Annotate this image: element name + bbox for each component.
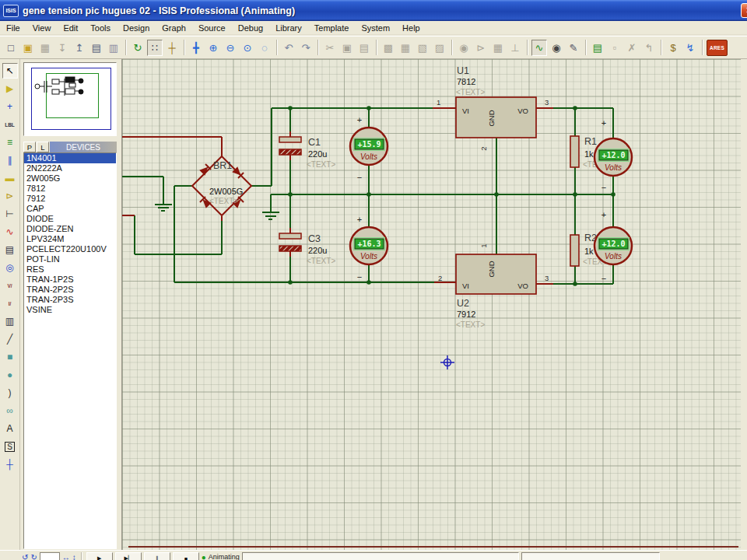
make-device-icon[interactable]: ⊳ (473, 40, 489, 56)
menu-template[interactable]: Template (308, 21, 356, 35)
box-2d-icon[interactable]: ■ (2, 349, 18, 365)
block-rotate-icon[interactable]: ▧ (415, 40, 430, 56)
voltage-probe-mode-icon[interactable]: V/ (2, 278, 18, 293)
ares-netlist[interactable]: ARES (707, 40, 728, 56)
block-move-icon[interactable]: ▦ (398, 40, 413, 56)
toggle-grid-icon[interactable]: ∷ (147, 40, 163, 56)
virtual-instrument-mode-icon[interactable]: ▥ (2, 313, 18, 329)
device-item-cap[interactable]: CAP (24, 204, 116, 214)
component-c3[interactable]: C3 220u <TEXT> (279, 233, 335, 265)
zoom-out-icon[interactable]: ⊖ (223, 40, 238, 56)
device-item-lpv324m[interactable]: LPV324M (24, 234, 116, 244)
print-icon[interactable]: ▤ (89, 40, 104, 56)
property-assignment-icon[interactable]: ✎ (566, 40, 581, 56)
pick-devices-button[interactable]: P (23, 142, 36, 152)
decompose-icon[interactable]: ⊥ (507, 40, 523, 56)
device-pin-mode-icon[interactable]: ⊢ (2, 206, 18, 222)
mirror-vertical-icon[interactable]: ↕ (72, 552, 76, 560)
rotate-cw-icon[interactable]: ↻ (30, 552, 37, 560)
export-icon[interactable]: ↥ (72, 40, 87, 56)
menu-design[interactable]: Design (117, 21, 156, 35)
device-item-diode[interactable]: DIODE (24, 214, 116, 224)
device-item-tran-2p3s[interactable]: TRAN-2P3S (24, 295, 116, 305)
library-manager-button[interactable]: L (37, 142, 49, 152)
mirror-horizontal-icon[interactable]: ↔ (62, 552, 70, 560)
menu-file[interactable]: File (0, 21, 26, 35)
play-button[interactable]: ▶ (86, 552, 113, 560)
junction-dot-mode-icon[interactable]: + (2, 99, 18, 114)
cut-icon[interactable]: ✂ (322, 40, 338, 56)
menu-source[interactable]: Source (192, 21, 232, 35)
design-explorer-icon[interactable]: ▤ (590, 40, 605, 56)
device-list[interactable]: 1N40012N2222A2W005G78127912CAPDIODEDIODE… (23, 152, 117, 549)
line-2d-icon[interactable]: ╱ (2, 331, 18, 347)
marker-2d-icon[interactable]: ┼ (2, 457, 18, 472)
block-delete-icon[interactable]: ▨ (432, 40, 447, 56)
mark-print-area-icon[interactable]: ▥ (106, 40, 121, 56)
device-item-pot-lin[interactable]: POT-LIN (24, 254, 116, 264)
pan-icon[interactable]: ╋ (188, 40, 204, 56)
new-file-icon[interactable]: □ (3, 40, 19, 56)
menu-tools[interactable]: Tools (84, 21, 117, 35)
device-item-vsine[interactable]: VSINE (24, 305, 116, 315)
search-tag-icon[interactable]: ◉ (549, 40, 564, 56)
pick-parts-icon[interactable]: ◉ (456, 40, 472, 56)
overview-window[interactable] (23, 62, 117, 136)
open-folder-icon[interactable]: ▣ (20, 40, 36, 56)
bill-of-materials-icon[interactable]: $ (665, 40, 681, 56)
device-item-pcelect220u100v[interactable]: PCELECT220U100V (24, 244, 116, 254)
rotation-angle-field[interactable] (40, 552, 60, 560)
component-br1[interactable]: BR1 2W005G <TEXT> (192, 156, 251, 215)
origin-icon[interactable]: ┼ (164, 40, 180, 56)
goto-sheet-icon[interactable]: ↰ (641, 40, 657, 56)
bus-mode-icon[interactable]: ∥ (2, 152, 18, 168)
current-probe-mode-icon[interactable]: I/ (2, 296, 18, 311)
component-mode-icon[interactable]: ▶ (2, 81, 18, 96)
text-2d-icon[interactable]: A (2, 421, 18, 436)
component-c1[interactable]: C1 220u <TEXT> (279, 137, 335, 169)
save-icon[interactable]: ▦ (37, 40, 53, 56)
wire-label-mode-icon[interactable]: LBL (2, 117, 18, 132)
zoom-all-icon[interactable]: ⊙ (240, 40, 255, 56)
device-item-tran-2p2s[interactable]: TRAN-2P2S (24, 285, 116, 295)
paste-icon[interactable]: ▤ (356, 40, 372, 56)
path-2d-icon[interactable]: ∞ (2, 403, 18, 418)
packaging-tool-icon[interactable]: ▦ (490, 40, 506, 56)
device-item-2n2222a[interactable]: 2N2222A (24, 163, 116, 173)
generator-mode-icon[interactable]: ◎ (2, 260, 18, 275)
undo-icon[interactable]: ↶ (281, 40, 296, 56)
device-item-1n4001[interactable]: 1N4001 (24, 153, 116, 163)
wire-autorouter-icon[interactable]: ∿ (531, 40, 547, 56)
menu-graph[interactable]: Graph (156, 21, 192, 35)
menu-view[interactable]: View (26, 21, 58, 35)
tape-recorder-mode-icon[interactable]: ▤ (2, 242, 18, 257)
remove-sheet-icon[interactable]: ✗ (624, 40, 640, 56)
menu-edit[interactable]: Edit (57, 21, 84, 35)
menu-system[interactable]: System (355, 21, 396, 35)
stop-button[interactable]: ■ (173, 552, 199, 560)
rotate-ccw-icon[interactable]: ↺ (22, 552, 28, 560)
subcircuit-mode-icon[interactable]: ▬ (2, 170, 18, 186)
electrical-rule-check-icon[interactable]: ↯ (682, 40, 698, 56)
menu-help[interactable]: Help (396, 21, 426, 35)
device-item-7812[interactable]: 7812 (24, 184, 116, 194)
close-button[interactable]: ✕ (741, 3, 747, 18)
zoom-area-icon[interactable]: ◌ (257, 40, 272, 56)
step-button[interactable]: ▶▏ (115, 552, 142, 560)
refresh-display-icon[interactable]: ↻ (130, 40, 146, 56)
symbol-2d-icon[interactable]: S (2, 439, 18, 454)
block-copy-icon[interactable]: ▩ (381, 40, 396, 56)
redo-icon[interactable]: ↷ (298, 40, 314, 56)
arc-2d-icon[interactable]: ) (2, 385, 18, 401)
device-item-res[interactable]: RES (24, 264, 116, 275)
zoom-in-icon[interactable]: ⊕ (205, 40, 221, 56)
pause-button[interactable]: ∥ (144, 552, 170, 560)
circle-2d-icon[interactable]: ● (2, 367, 18, 383)
device-item-diode-zen[interactable]: DIODE-ZEN (24, 224, 116, 234)
schematic-editor[interactable]: BR1 2W005G <TEXT> C1 220u <TEXT> C3 220u… (121, 59, 741, 550)
terminal-mode-icon[interactable]: ⊳ (2, 188, 18, 204)
menu-debug[interactable]: Debug (232, 21, 269, 35)
selection-tool-icon[interactable]: ↖ (2, 63, 18, 79)
device-item-2w005g[interactable]: 2W005G (24, 173, 116, 184)
title-bar[interactable]: ISIS gene tension pic hugues 02 - ISIS P… (0, 0, 747, 21)
